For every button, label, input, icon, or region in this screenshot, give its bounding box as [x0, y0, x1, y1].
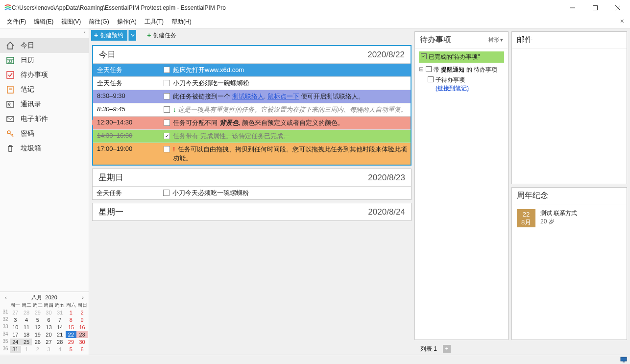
sidebar-item-trash[interactable]: 垃圾箱 [0, 141, 89, 156]
minical-day[interactable]: 12 [32, 324, 43, 331]
minical-day[interactable]: 7 [54, 316, 66, 323]
add-list-tab-button[interactable]: + [443, 345, 451, 353]
minical-day[interactable]: 5 [66, 346, 77, 353]
create-task-button[interactable]: + 创建任务 [143, 30, 180, 41]
minical-day[interactable]: 29 [32, 309, 43, 316]
minical-day[interactable]: 3 [43, 346, 54, 353]
minical-day[interactable]: 15 [66, 324, 77, 331]
minical-day[interactable]: 21 [54, 331, 66, 338]
minical-prev-icon[interactable]: ‹ [3, 294, 9, 300]
menu-tools[interactable]: 工具(T) [141, 16, 168, 27]
create-appointment-button[interactable]: + 创建预约 [91, 30, 127, 41]
event-checkbox[interactable] [164, 146, 170, 152]
checkbox-icon[interactable] [428, 76, 434, 82]
minical-day[interactable]: 22 [66, 331, 77, 338]
event-checkbox[interactable]: ✓ [164, 133, 170, 139]
event-row[interactable]: 全天任务起床先打开www.x6d.com [93, 63, 411, 76]
checkbox-icon[interactable] [426, 66, 432, 72]
minical-day[interactable]: 1 [21, 346, 32, 353]
day-card[interactable]: 星期日2020/8/23全天任务小刀今天必须吃一碗螺蛳粉 [92, 169, 412, 200]
menu-edit[interactable]: 编辑(E) [30, 16, 57, 27]
minical-day[interactable]: 17 [10, 331, 21, 338]
event-row[interactable]: 全天任务小刀今天必须吃一碗螺蛳粉 [93, 76, 411, 90]
minical-day[interactable]: 2 [32, 346, 43, 353]
menu-file[interactable]: 文件(F) [3, 16, 30, 27]
sidebar-item-contacts[interactable]: 通讯录 [0, 97, 89, 112]
minical-next-icon[interactable]: › [80, 294, 86, 300]
minical-day[interactable]: 2 [76, 309, 88, 316]
event-checkbox[interactable] [164, 120, 170, 126]
anniv-item[interactable]: 228月 测试 联系方式 20 岁 [516, 207, 623, 229]
create-appointment-dropdown[interactable] [128, 30, 136, 41]
event-row[interactable]: 8:30–9:30此任务被链接到一个 测试联络人. 鼠标点一下 便可开启测试联络… [93, 90, 411, 103]
agenda[interactable]: 今日2020/8/22全天任务起床先打开www.x6d.com全天任务小刀今天必… [89, 42, 414, 355]
minical-day[interactable]: 11 [21, 324, 32, 331]
minimize-button[interactable] [561, 0, 584, 15]
menu-action[interactable]: 操作(A) [113, 16, 141, 27]
tree-toggle-icon[interactable]: ⊟ [419, 66, 424, 73]
sidebar-item-calendar[interactable]: 22 日历 [0, 53, 89, 68]
minical-day[interactable]: 1 [66, 309, 77, 316]
minical-day[interactable]: 30 [43, 309, 54, 316]
event-checkbox[interactable] [163, 190, 170, 196]
todo-item-reminder[interactable]: ⊟ 带 提醒通知 的 待办事项 [419, 65, 504, 75]
minical-day[interactable]: 20 [43, 331, 54, 338]
event-checkbox[interactable] [164, 67, 170, 73]
status-monitor-icon[interactable] [620, 357, 627, 363]
minical-day[interactable]: 31 [10, 346, 21, 353]
minical-month[interactable]: 八月 [31, 294, 42, 301]
event-checkbox[interactable] [164, 93, 170, 99]
minical-day[interactable]: 8 [66, 316, 77, 323]
minical-day[interactable]: 29 [66, 339, 77, 345]
minical-day[interactable]: 27 [43, 339, 54, 345]
event-checkbox[interactable] [164, 106, 170, 113]
list-tab-1[interactable]: 列表 1 [417, 344, 440, 354]
todos-view-selector[interactable]: 树形 ▾ [488, 36, 503, 44]
sidebar-item-notes[interactable]: 笔记 [0, 82, 89, 97]
todo-item-done[interactable]: ✓ 已完成的"待办事项" [419, 51, 504, 63]
minical-day[interactable]: 6 [76, 346, 88, 353]
menu-close-icon[interactable]: × [616, 17, 628, 25]
minical-day[interactable]: 4 [54, 346, 66, 353]
minical-day[interactable]: 30 [76, 339, 88, 345]
event-row[interactable]: 全天任务小刀今天必须吃一碗螺蛳粉 [93, 186, 411, 199]
minical-day[interactable]: 23 [76, 331, 88, 338]
contact-link[interactable]: 测试联络人 [232, 93, 264, 100]
minical-day[interactable]: 24 [10, 339, 21, 345]
minical-day[interactable]: 9 [76, 316, 88, 323]
day-card[interactable]: 今日2020/8/22全天任务起床先打开www.x6d.com全天任务小刀今天必… [92, 45, 412, 166]
checkbox-icon[interactable]: ✓ [421, 53, 427, 59]
minical-day[interactable]: 3 [10, 316, 21, 323]
minical-day[interactable]: 26 [32, 339, 43, 345]
minical-day[interactable]: 25 [21, 339, 32, 345]
minical-day[interactable]: 13 [43, 324, 54, 331]
todo-item-sub[interactable]: 子待办事项 (链接到笔记) [428, 75, 504, 94]
sidebar-item-todo[interactable]: 待办事项 [0, 68, 89, 82]
minical-day[interactable]: 18 [21, 331, 32, 338]
minical-day[interactable]: 31 [54, 309, 66, 316]
minical-day[interactable]: 28 [54, 339, 66, 345]
event-row[interactable]: 14:30–16:30✓任务带有 完成属性。该特定任务已完成。 [93, 129, 411, 143]
hover-link[interactable]: 鼠标点一下 [267, 93, 299, 100]
sidebar-item-today[interactable]: 今日 [0, 38, 89, 53]
day-card[interactable]: 星期一2020/8/24 [92, 203, 412, 221]
event-row[interactable]: 17:00–19:00! 任务可以自由拖拽、拷贝到任何时间段。您可以拖拽此任务到… [93, 143, 411, 165]
minical-day[interactable]: 4 [21, 316, 32, 323]
minical-day[interactable]: 5 [32, 316, 43, 323]
menu-goto[interactable]: 前往(G) [85, 16, 113, 27]
close-button[interactable] [606, 0, 629, 15]
event-row[interactable]: 12:30–14:30任务可分配不同 背景色, 颜色来自预定义或者自定义的颜色。 [93, 116, 411, 129]
minical-day[interactable]: 27 [10, 309, 21, 316]
event-checkbox[interactable] [164, 80, 170, 86]
maximize-button[interactable] [584, 0, 606, 15]
todo-note-link[interactable]: (链接到笔记) [436, 85, 469, 92]
minical-day[interactable]: 16 [76, 324, 88, 331]
sidebar-collapse-icon[interactable]: ‹ [0, 28, 89, 35]
minical-day[interactable]: 6 [43, 316, 54, 323]
minical-day[interactable]: 14 [54, 324, 66, 331]
minical-day[interactable]: 19 [32, 331, 43, 338]
menu-help[interactable]: 帮助(H) [168, 16, 195, 27]
menu-view[interactable]: 视图(V) [57, 16, 85, 27]
sidebar-item-mail[interactable]: 电子邮件 [0, 112, 89, 126]
minical-year[interactable]: 2020 [45, 294, 57, 300]
